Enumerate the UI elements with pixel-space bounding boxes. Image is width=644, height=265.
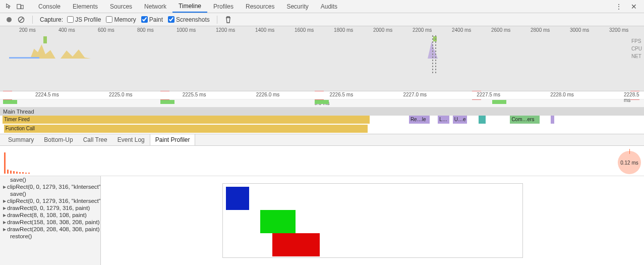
paint-command[interactable]: restore() xyxy=(0,233,100,240)
paint-step-bar[interactable] xyxy=(7,170,9,174)
cpu-label: CPU xyxy=(631,46,642,51)
tab-resources[interactable]: Resources xyxy=(240,0,280,13)
disclosure-triangle-icon[interactable]: ▶ xyxy=(3,185,6,189)
disclosure-triangle-icon[interactable]: ▶ xyxy=(3,227,6,232)
overview-tick: 2000 ms xyxy=(373,27,392,33)
paint-step-bar[interactable] xyxy=(16,172,18,174)
capture-memory[interactable]: Memory xyxy=(106,16,136,23)
overview-tick: 1400 ms xyxy=(255,27,274,33)
tab-network[interactable]: Network xyxy=(138,0,172,13)
net-label: NET xyxy=(631,54,642,59)
paint-command-tree[interactable]: save()▶clipRect(0, 0, 1279, 316, "kInter… xyxy=(0,176,101,265)
svg-rect-1 xyxy=(21,5,23,9)
preview-rect-red xyxy=(272,233,320,256)
detail-tab-call-tree[interactable]: Call Tree xyxy=(78,134,112,145)
inspect-element-icon[interactable] xyxy=(5,3,13,11)
close-icon[interactable]: ✕ xyxy=(630,3,638,11)
overview-tick: 400 ms xyxy=(58,27,75,33)
paint-profiler: 0.12 ms save()▶clipRect(0, 0, 1279, 316,… xyxy=(0,146,644,265)
flame-event[interactable]: Com…ers xyxy=(510,116,540,124)
capture-screenshots[interactable]: Screenshots xyxy=(168,16,210,23)
flame-tick: 2224.5 ms xyxy=(35,92,59,97)
svg-point-2 xyxy=(7,17,12,22)
paint-command[interactable]: ▶drawRect(0, 0, 1279, 316, paint) xyxy=(0,204,100,211)
paint-command[interactable]: save() xyxy=(0,176,100,183)
tab-timeline[interactable]: Timeline xyxy=(172,0,207,13)
paint-step-bar[interactable] xyxy=(25,173,27,174)
flame-event[interactable]: L… xyxy=(438,116,449,124)
overview-tick: 1000 ms xyxy=(177,27,196,33)
svg-rect-0 xyxy=(17,4,21,9)
record-icon[interactable] xyxy=(5,16,13,24)
disclosure-triangle-icon[interactable]: ▶ xyxy=(3,199,6,203)
flame-tick: 2228.5 ms xyxy=(624,92,644,103)
tab-profiles[interactable]: Profiles xyxy=(207,0,240,13)
flame-event[interactable]: U…e xyxy=(453,116,467,124)
timeline-toolbar: Capture: JS ProfileMemoryPaintScreenshot… xyxy=(0,13,644,26)
tab-console[interactable]: Console xyxy=(32,0,67,13)
preview-rect-green xyxy=(260,210,296,233)
flame-tick: 2228.0 ms xyxy=(550,92,574,97)
overview-tick: 2600 ms xyxy=(491,27,510,33)
paint-command[interactable]: save() xyxy=(0,190,100,197)
flame-event[interactable]: Re…le xyxy=(409,116,430,124)
paint-step-bar[interactable] xyxy=(10,171,12,174)
overview-tick: 600 ms xyxy=(98,27,114,33)
flame-tick: 2227.5 ms xyxy=(477,92,500,97)
clear-icon[interactable] xyxy=(17,16,25,24)
svg-line-4 xyxy=(20,18,23,21)
tab-audits[interactable]: Audits xyxy=(315,0,343,13)
flame-event[interactable] xyxy=(551,116,555,124)
overview-tick: 1800 ms xyxy=(334,27,353,33)
fps-label: FPS xyxy=(631,38,642,44)
capture-js-profile[interactable]: JS Profile xyxy=(67,16,101,23)
overview-tick: 3000 ms xyxy=(570,27,589,33)
tab-sources[interactable]: Sources xyxy=(104,0,138,13)
paint-step-bar[interactable] xyxy=(22,172,24,174)
paint-preview-canvas xyxy=(101,176,644,265)
paint-step-bar[interactable] xyxy=(28,173,30,174)
disclosure-triangle-icon[interactable]: ▶ xyxy=(3,213,6,218)
detail-tab-paint-profiler[interactable]: Paint Profiler xyxy=(150,134,196,145)
paint-profiler-graph[interactable]: 0.12 ms xyxy=(0,146,644,176)
paint-command[interactable]: ▶clipRect(0, 0, 1279, 316, "kIntersect") xyxy=(0,183,100,190)
paint-step-bar[interactable] xyxy=(4,152,6,174)
details-tabbar: SummaryBottom-UpCall TreeEvent LogPaint … xyxy=(0,134,644,146)
detail-tab-bottom-up[interactable]: Bottom-Up xyxy=(39,134,78,145)
flame-tick: 2227.0 ms xyxy=(403,92,427,97)
tab-security[interactable]: Security xyxy=(280,0,314,13)
overview-tick: 2400 ms xyxy=(452,27,471,33)
garbage-collect-icon[interactable] xyxy=(224,16,232,24)
flame-tick: 2226.0 ms xyxy=(256,92,280,97)
main-thread-header: Main Thread xyxy=(0,108,644,116)
paint-time-badge: 0.12 ms xyxy=(618,151,641,174)
flame-event[interactable]: Timer Fired xyxy=(3,116,370,124)
detail-tab-summary[interactable]: Summary xyxy=(3,134,39,145)
paint-command[interactable]: ▶drawRect(8, 8, 108, 108, paint) xyxy=(0,211,100,219)
capture-label: Capture: xyxy=(40,16,63,23)
disclosure-triangle-icon[interactable]: ▶ xyxy=(3,206,6,210)
disclosure-triangle-icon[interactable]: ▶ xyxy=(3,220,6,225)
paint-step-bar[interactable] xyxy=(13,171,15,174)
overview-tick: 800 ms xyxy=(137,27,154,33)
flame-tick: 2226.5 ms xyxy=(330,92,354,97)
devtools-tabbar: ConsoleElementsSourcesNetworkTimelinePro… xyxy=(0,0,644,13)
tab-elements[interactable]: Elements xyxy=(67,0,104,13)
paint-command[interactable]: ▶drawRect(208, 208, 408, 308, paint) xyxy=(0,226,100,233)
capture-paint[interactable]: Paint xyxy=(141,16,163,23)
toggle-device-icon[interactable] xyxy=(16,3,24,11)
paint-command[interactable]: ▶drawRect(158, 108, 308, 208, paint) xyxy=(0,219,100,226)
flame-tick: 2225.0 ms xyxy=(109,92,133,97)
flame-tick: 2225.5 ms xyxy=(183,92,206,97)
timeline-overview[interactable]: 200 ms400 ms600 ms800 ms1000 ms1200 ms14… xyxy=(0,26,644,91)
more-icon[interactable]: ⋮ xyxy=(615,3,623,11)
paint-command[interactable]: ▶clipRect(0, 0, 1279, 316, "kIntersect") xyxy=(0,197,100,204)
paint-step-bar[interactable] xyxy=(19,172,21,174)
overview-tick: 1600 ms xyxy=(295,27,314,33)
flame-event[interactable] xyxy=(479,116,486,124)
flame-event[interactable]: Function Call xyxy=(4,125,368,133)
flame-chart[interactable]: 2224.5 ms2225.0 ms2225.5 ms2226.0 ms2226… xyxy=(0,91,644,134)
detail-tab-event-log[interactable]: Event Log xyxy=(112,134,150,145)
preview-rect-blue xyxy=(226,187,249,210)
overview-tick: 1200 ms xyxy=(216,27,235,33)
